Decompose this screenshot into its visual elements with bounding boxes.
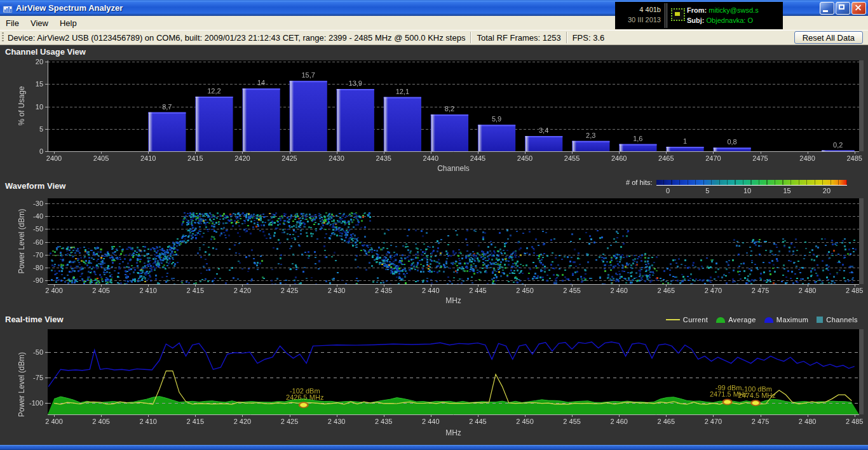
mail-date: 30 III 2013: [615, 15, 661, 25]
hits-tick: 0: [666, 187, 670, 194]
hits-tick: 15: [783, 187, 790, 194]
close-button[interactable]: [851, 2, 866, 15]
menu-help[interactable]: Help: [54, 17, 83, 29]
reset-all-data-button[interactable]: Reset All Data: [794, 31, 863, 44]
toolbar-grip: [2, 32, 4, 43]
status-bar: Device: AirView2 USB (0123456789) on COM…: [0, 30, 868, 45]
channels-square-icon: [817, 317, 823, 323]
waveform-chart: [0, 191, 868, 318]
mail-notification-toast[interactable]: 4 401b 30 III 2013 From: miticky@swsd.s …: [615, 2, 783, 29]
realtime-legend: Current Average Maximum Channels: [666, 316, 858, 324]
hits-tick: 20: [823, 187, 831, 194]
window-title: AirView Spectrum Analyzer: [16, 3, 123, 13]
subj-label: Subj:: [687, 17, 705, 24]
waveform-header: Waveform View: [5, 181, 65, 191]
window-bottom-border: [0, 445, 868, 450]
separator: [566, 32, 567, 43]
app-icon: [3, 3, 13, 13]
realtime-chart: [0, 325, 868, 450]
minimize-button[interactable]: [820, 2, 834, 15]
hits-tick: 5: [705, 187, 709, 194]
legend-channels: Channels: [826, 316, 858, 324]
maximum-mound-icon: [764, 317, 773, 323]
airview-window: AirView Spectrum Analyzer 4 401b 30 III …: [0, 0, 868, 450]
average-mound-icon: [716, 317, 725, 323]
from-value: miticky@swsd.s: [709, 6, 758, 14]
menu-file[interactable]: File: [0, 17, 25, 29]
channel-usage-chart: [0, 57, 868, 181]
subj-value: Objednavka: O: [707, 17, 753, 24]
toast-divider: [665, 3, 667, 28]
hits-label: # of hits:: [626, 179, 653, 186]
current-line-icon: [666, 319, 680, 320]
device-info: Device: AirView2 USB (0123456789) on COM…: [8, 33, 465, 43]
restore-button[interactable]: [836, 2, 850, 15]
from-label: From:: [687, 6, 707, 14]
mail-stamp-icon: [671, 8, 685, 21]
mail-size: 4 401b: [615, 4, 661, 15]
channel-usage-header: Channel Usage View: [5, 47, 86, 57]
menu-view[interactable]: View: [25, 17, 54, 29]
legend-maximum: Maximum: [776, 316, 808, 324]
total-rf-frames: Total RF Frames: 1253: [477, 33, 560, 43]
fps: FPS: 3.6: [573, 33, 605, 43]
hits-gradient-bar: [656, 180, 847, 186]
legend-current: Current: [683, 316, 708, 324]
separator: [470, 32, 471, 43]
legend-average: Average: [728, 316, 756, 324]
hits-colorbar: # of hits: 0 5 10 15 20: [626, 179, 858, 194]
hits-tick: 10: [743, 187, 751, 194]
